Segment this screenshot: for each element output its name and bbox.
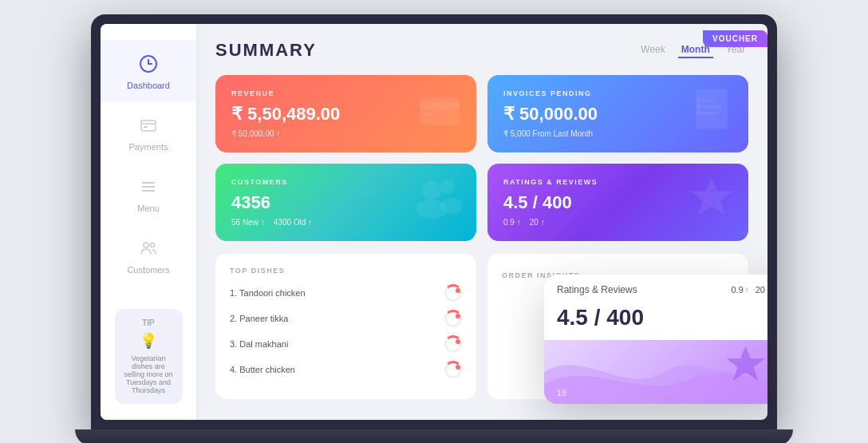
dish-item-4: 4. Butter chicken xyxy=(230,361,462,378)
svg-rect-8 xyxy=(420,97,460,125)
svg-marker-22 xyxy=(691,178,732,216)
dish-spinner-4 xyxy=(444,361,462,378)
popup-badge2-value: 20 xyxy=(756,285,765,295)
customers-new: 56 New ↑ xyxy=(231,218,265,227)
main-header: SUMMARY Week Month Year xyxy=(215,40,748,61)
popup-badge1-arrow: ↑ xyxy=(745,285,749,294)
laptop-wrapper: Dashboard Payments xyxy=(75,0,793,443)
svg-point-21 xyxy=(440,198,463,214)
customers-card: CUSTOMERS 4356 56 New ↑ 4300 Old ↑ xyxy=(215,164,476,241)
svg-rect-12 xyxy=(702,100,715,102)
tip-text: Vegetarian dishes are selling more on Tu… xyxy=(124,354,172,394)
svg-point-18 xyxy=(422,180,441,200)
ratings-sub-b: 20 ↑ xyxy=(530,218,545,227)
sidebar-label-dashboard: Dashboard xyxy=(127,81,170,90)
invoices-card: INVOICES PENDING ₹ 50,000.00 ₹ 5,000 Fro… xyxy=(487,75,748,152)
svg-rect-13 xyxy=(702,106,721,109)
svg-point-15 xyxy=(696,98,701,103)
top-dishes-title: TOP DISHES xyxy=(230,267,462,275)
top-dishes-card: TOP DISHES 1. Tandoori chicken 2. Paneer… xyxy=(215,254,476,399)
invoices-deco-icon xyxy=(688,85,736,142)
popup-header: Ratings & Reviews 0.9 ↑ 20 ↓ xyxy=(544,275,767,302)
popup-badge-1: 0.9 ↑ xyxy=(731,285,748,295)
dish-name-1: 1. Tandoori chicken xyxy=(230,288,306,298)
revenue-deco-icon xyxy=(416,85,464,142)
svg-marker-25 xyxy=(727,346,765,380)
cards-grid: REVENUE ₹ 5,50,489.00 ₹ 50,000.00 ↑ xyxy=(215,75,748,241)
dish-spinner-2 xyxy=(444,310,462,327)
svg-point-6 xyxy=(144,243,148,247)
tip-icon: 💡 xyxy=(123,332,175,350)
svg-rect-1 xyxy=(141,121,156,131)
dish-name-3: 3. Dal makhani xyxy=(230,339,288,349)
popup-badge1-value: 0.9 xyxy=(731,285,743,295)
popup-title: Ratings & Reviews xyxy=(557,284,637,295)
popup-rating: 4.5 / 400 xyxy=(544,302,767,340)
sidebar-label-customers: Customers xyxy=(127,265,169,275)
dish-item-1: 1. Tandoori chicken xyxy=(230,284,462,302)
voucher-button[interactable]: VOUCHER xyxy=(703,30,767,47)
svg-rect-10 xyxy=(424,113,433,117)
popup-wave: 18 xyxy=(544,340,767,404)
dish-name-2: 2. Paneer tikka xyxy=(230,314,288,323)
dish-name-4: 4. Butter chicken xyxy=(230,365,295,374)
menu-icon xyxy=(136,174,161,200)
sidebar-item-menu[interactable]: Menu xyxy=(101,163,196,224)
svg-rect-9 xyxy=(420,103,460,109)
dish-item-2: 2. Paneer tikka xyxy=(230,310,462,327)
svg-rect-4 xyxy=(142,186,155,188)
sidebar-item-payments[interactable]: Payments xyxy=(101,101,196,163)
customers-icon xyxy=(136,235,161,261)
ratings-deco-icon xyxy=(688,174,736,231)
tip-label: TIP xyxy=(123,318,175,327)
sidebar-item-dashboard[interactable]: Dashboard xyxy=(101,40,196,101)
sidebar-label-menu: Menu xyxy=(137,204,160,213)
popup-star-icon xyxy=(724,342,767,396)
dish-item-3: 3. Dal makhani xyxy=(230,335,462,353)
svg-point-17 xyxy=(696,111,701,116)
laptop-body: Dashboard Payments xyxy=(91,14,777,429)
sidebar-tip: TIP 💡 Vegetarian dishes are selling more… xyxy=(115,309,183,404)
svg-rect-3 xyxy=(142,182,155,184)
dashboard-icon xyxy=(136,51,161,77)
svg-point-7 xyxy=(151,243,155,247)
tab-week[interactable]: Week xyxy=(637,42,668,58)
popup-card: Ratings & Reviews 0.9 ↑ 20 ↓ 4.5 / 400 xyxy=(544,275,767,404)
ratings-card: RATINGS & REVIEWS 4.5 / 400 0.9 ↑ 20 ↑ xyxy=(487,164,748,241)
dish-spinner-1 xyxy=(444,284,462,302)
sidebar: Dashboard Payments xyxy=(101,24,196,420)
popup-badge2-arrow: ↓ xyxy=(767,285,767,294)
customers-deco-icon xyxy=(412,176,464,228)
popup-badges: 0.9 ↑ 20 ↓ xyxy=(731,285,767,295)
svg-rect-11 xyxy=(696,89,728,129)
laptop-screen: Dashboard Payments xyxy=(101,24,767,420)
svg-point-20 xyxy=(440,180,455,194)
revenue-card: REVENUE ₹ 5,50,489.00 ₹ 50,000.00 ↑ xyxy=(215,75,476,152)
payments-icon xyxy=(136,113,161,138)
dish-spinner-3 xyxy=(444,335,462,353)
sidebar-item-customers[interactable]: Customers xyxy=(101,224,196,286)
svg-rect-5 xyxy=(142,190,155,192)
popup-badge-2: 20 ↓ xyxy=(756,285,767,295)
svg-point-16 xyxy=(696,105,701,109)
laptop-base xyxy=(75,429,793,444)
ratings-sub-a: 0.9 ↑ xyxy=(503,218,521,227)
svg-rect-14 xyxy=(702,113,718,115)
customers-old: 4300 Old ↑ xyxy=(274,218,312,227)
sidebar-label-payments: Payments xyxy=(129,142,168,152)
page-title: SUMMARY xyxy=(215,40,317,61)
popup-number: 18 xyxy=(557,388,566,398)
svg-rect-2 xyxy=(144,126,148,128)
